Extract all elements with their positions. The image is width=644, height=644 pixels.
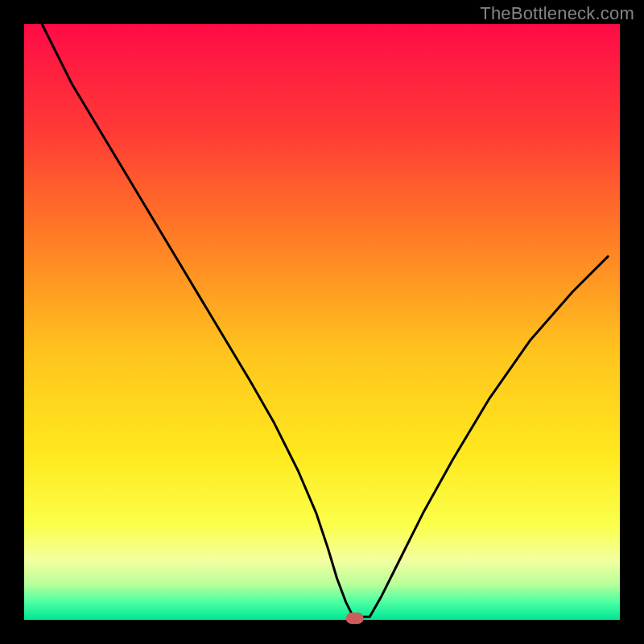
watermark-text: TheBottleneck.com [480,3,634,24]
optimal-point-marker [346,613,364,624]
bottleneck-chart [0,0,644,644]
chart-frame: TheBottleneck.com [0,0,644,644]
